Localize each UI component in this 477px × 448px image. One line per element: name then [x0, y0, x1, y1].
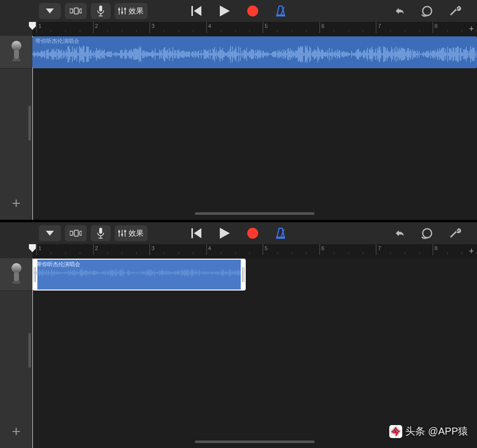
undo-icon: [393, 228, 406, 238]
sliders-icon: [118, 6, 127, 15]
record-icon: [247, 227, 259, 239]
play-button[interactable]: [218, 4, 232, 18]
undo-button[interactable]: [392, 4, 406, 18]
track-header[interactable]: [0, 36, 32, 69]
svg-rect-25: [70, 231, 73, 235]
microphone-icon: [97, 5, 104, 16]
add-marker-button[interactable]: +: [469, 246, 474, 257]
ruler-number: 8: [435, 23, 438, 29]
svg-rect-37: [191, 228, 193, 238]
loop-button[interactable]: [420, 226, 434, 240]
waveform: [33, 269, 245, 277]
svg-point-16: [247, 5, 258, 16]
svg-marker-14: [194, 6, 201, 16]
record-button[interactable]: [246, 226, 260, 240]
metronome-icon: [275, 5, 286, 17]
svg-rect-26: [74, 230, 78, 236]
svg-marker-39: [220, 228, 230, 239]
loop-button[interactable]: [420, 4, 434, 18]
settings-button[interactable]: [448, 4, 462, 18]
svg-point-10: [121, 11, 123, 13]
dropdown-button[interactable]: [39, 3, 61, 19]
track-view-button[interactable]: [65, 3, 87, 19]
svg-rect-45: [14, 272, 19, 281]
audio-clip[interactable]: 带你听杰伦演唱会: [32, 36, 477, 68]
clip-label: 带你听杰伦演唱会: [36, 261, 80, 268]
svg-point-32: [118, 231, 120, 233]
microphone-icon: [97, 228, 104, 239]
ruler-number: 3: [152, 245, 155, 251]
chevron-down-icon: [46, 8, 54, 13]
svg-rect-2: [74, 8, 78, 14]
add-track-button[interactable]: +: [0, 415, 32, 448]
mic-button[interactable]: [91, 225, 111, 241]
svg-point-19: [423, 6, 432, 15]
play-button[interactable]: [218, 226, 232, 240]
svg-rect-4: [99, 5, 102, 11]
ruler-number: 2: [95, 245, 98, 251]
svg-point-43: [423, 229, 432, 238]
audio-clip-selected[interactable]: 带你听杰伦演唱会: [32, 259, 246, 291]
playhead-grip-area[interactable]: [0, 244, 32, 258]
undo-button[interactable]: [392, 226, 406, 240]
svg-point-8: [118, 8, 120, 10]
loop-icon: [421, 227, 434, 239]
svg-rect-13: [191, 6, 193, 16]
fx-button[interactable]: 效果: [115, 225, 148, 241]
rewind-button[interactable]: [190, 226, 204, 240]
svg-rect-22: [12, 59, 20, 61]
vertical-scroll-hint: [28, 333, 31, 368]
mic-button[interactable]: [91, 3, 111, 19]
record-icon: [247, 5, 259, 17]
track-lanes[interactable]: 带你听杰伦演唱会: [32, 258, 477, 448]
metronome-button[interactable]: [274, 226, 288, 240]
wrench-icon: [449, 5, 462, 17]
track-header[interactable]: [0, 258, 32, 291]
ruler-number: 8: [435, 245, 438, 251]
svg-point-20: [11, 41, 21, 51]
svg-point-44: [11, 263, 21, 273]
playhead-grip-area[interactable]: [0, 22, 32, 36]
settings-button[interactable]: [448, 226, 462, 240]
ruler-number: 3: [152, 23, 155, 29]
rewind-icon: [191, 6, 202, 16]
track-lane[interactable]: 带你听杰伦演唱会: [32, 36, 477, 69]
ruler-number: 1: [38, 245, 41, 251]
fx-button[interactable]: 效果: [115, 3, 148, 19]
timeline-ruler[interactable]: + 12345678: [32, 244, 477, 258]
waveform: [32, 45, 477, 63]
track-view-button[interactable]: [65, 225, 87, 241]
track-view-icon: [70, 229, 82, 238]
undo-icon: [393, 6, 406, 16]
svg-rect-42: [277, 237, 285, 238]
timeline-ruler[interactable]: + 12345678: [32, 22, 477, 36]
dropdown-button[interactable]: [39, 225, 61, 241]
ruler-number: 7: [378, 245, 381, 251]
svg-point-36: [124, 230, 126, 232]
track-lane[interactable]: 带你听杰伦演唱会: [32, 258, 477, 291]
vertical-scroll-hint: [28, 106, 31, 141]
watermark: 今 头条 @APP猿: [389, 425, 468, 438]
svg-point-34: [121, 234, 123, 236]
toolbar: 效果: [0, 222, 477, 244]
play-icon: [220, 228, 230, 239]
microphone-large-icon: [8, 41, 25, 64]
metronome-button[interactable]: [274, 4, 288, 18]
clip-handle-right[interactable]: [241, 260, 246, 290]
add-track-button[interactable]: +: [0, 187, 32, 220]
chevron-down-icon: [46, 231, 54, 236]
add-marker-button[interactable]: +: [469, 24, 474, 34]
svg-point-12: [124, 8, 126, 10]
microphone-large-icon: [8, 263, 25, 286]
track-lanes[interactable]: 带你听杰伦演唱会: [32, 36, 477, 220]
svg-rect-46: [12, 281, 20, 284]
play-icon: [220, 5, 230, 16]
rewind-button[interactable]: [190, 4, 204, 18]
clip-label: 带你听杰伦演唱会: [35, 37, 79, 45]
horizontal-scroll-hint: [195, 441, 315, 443]
record-button[interactable]: [246, 4, 260, 18]
svg-marker-15: [220, 5, 230, 16]
track-view-icon: [70, 6, 82, 15]
ruler-number: 4: [208, 245, 211, 251]
svg-rect-27: [80, 231, 82, 235]
